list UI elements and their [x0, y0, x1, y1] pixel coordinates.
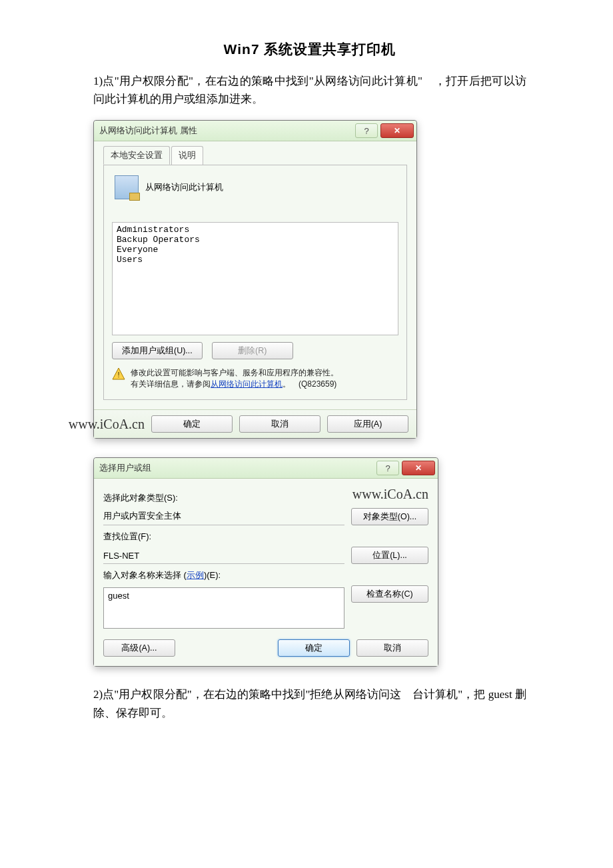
list-item[interactable]: Administrators [117, 225, 394, 235]
help-icon[interactable]: ? [376, 461, 399, 475]
advanced-button[interactable]: 高级(A)... [103, 639, 175, 657]
remove-button: 删除(R) [212, 342, 293, 359]
list-item[interactable]: Everyone [117, 245, 394, 255]
apply-button[interactable]: 应用(A) [327, 415, 408, 433]
title-bar[interactable]: 从网络访问此计算机 属性 ? ✕ [94, 121, 416, 141]
object-type-label: 选择此对象类型(S): [103, 492, 352, 504]
object-type-button[interactable]: 对象类型(O)... [351, 508, 428, 525]
location-button[interactable]: 位置(L)... [351, 547, 428, 564]
object-name-label: 输入对象名称来选择 (示例)(E): [103, 569, 428, 581]
watermark: www.iCoA.cn [352, 487, 428, 501]
warning-icon: ! [112, 367, 125, 381]
cancel-button[interactable]: 取消 [239, 415, 320, 433]
paragraph-1: 1)点"用户权限分配"，在右边的策略中找到"从网络访问此计算机" ，打开后把可以… [93, 72, 526, 108]
select-user-dialog: 选择用户或组 ? ✕ 选择此对象类型(S): www.iCoA.cn 用户或内置… [93, 457, 438, 667]
example-link[interactable]: 示例 [187, 570, 204, 580]
properties-dialog: 从网络访问此计算机 属性 ? ✕ 本地安全设置 说明 从网络访问此计算机 Adm… [93, 120, 417, 439]
title-bar[interactable]: 选择用户或组 ? ✕ [94, 458, 438, 479]
dialog-title: 从网络访问此计算机 属性 [99, 125, 355, 137]
warning-link[interactable]: 从网络访问此计算机 [211, 379, 283, 389]
help-icon[interactable]: ? [355, 123, 378, 138]
add-user-button[interactable]: 添加用户或组(U)... [112, 342, 203, 359]
tab-explain[interactable]: 说明 [171, 146, 203, 165]
warning-text: 修改此设置可能影响与客户端、服务和应用程序的兼容性。 有关详细信息，请参阅从网络… [131, 367, 338, 389]
doc-title: Win7 系统设置共享打印机 [93, 40, 526, 59]
object-name-input[interactable]: guest [103, 587, 344, 629]
dialog-title: 选择用户或组 [99, 462, 376, 474]
check-name-button[interactable]: 检查名称(C) [351, 585, 428, 603]
users-listbox[interactable]: Administrators Backup Operators Everyone… [112, 222, 398, 335]
object-type-value: 用户或内置安全主体 [103, 510, 344, 525]
svg-text:!: ! [117, 371, 119, 379]
location-value: FLS-NET [103, 551, 344, 564]
cancel-button[interactable]: 取消 [356, 639, 428, 657]
location-label: 查找位置(F): [103, 531, 428, 543]
close-icon[interactable]: ✕ [402, 461, 435, 475]
watermark: www.iCoA.cn [69, 417, 145, 432]
paragraph-2: 2)点"用户权限分配"，在右边的策略中找到"拒绝从网络访问这 台计算机"，把 g… [93, 685, 526, 721]
policy-name: 从网络访问此计算机 [145, 181, 223, 193]
list-item[interactable]: Backup Operators [117, 235, 394, 245]
ok-button[interactable]: 确定 [151, 415, 233, 433]
close-icon[interactable]: ✕ [380, 123, 414, 138]
policy-icon [115, 175, 139, 199]
list-item[interactable]: Users [117, 255, 394, 265]
ok-button[interactable]: 确定 [278, 639, 350, 657]
tab-local-security[interactable]: 本地安全设置 [103, 146, 170, 165]
